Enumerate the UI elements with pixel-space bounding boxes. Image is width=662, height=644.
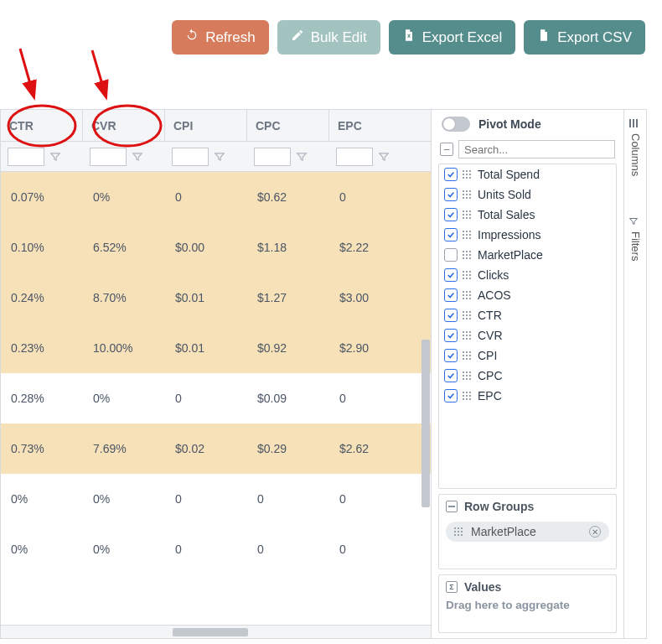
cell: 0 (329, 543, 405, 556)
cell: 0.73% (1, 442, 83, 455)
column-list-item[interactable]: ACOS (439, 285, 616, 305)
column-list-item[interactable]: CPC (439, 366, 616, 386)
cell: 0 (165, 190, 247, 204)
row-groups-panel: Row Groups MarketPlace ✕ (438, 494, 617, 569)
values-title: Values (464, 580, 501, 594)
cell: $0.92 (247, 341, 329, 355)
cell: 0 (329, 492, 405, 506)
checkbox[interactable] (444, 268, 458, 282)
drag-icon (463, 310, 473, 320)
sigma-icon: Σ (446, 581, 458, 593)
checkbox[interactable] (444, 389, 458, 402)
table-row[interactable]: 0.23%10.00%$0.01$0.92$2.90 (1, 323, 431, 373)
checkbox[interactable] (444, 168, 458, 181)
column-search-input[interactable] (458, 140, 615, 158)
bulk-edit-button[interactable]: Bulk Edit (277, 20, 380, 55)
cell: 0% (1, 543, 83, 556)
drag-icon (463, 230, 473, 240)
column-list-label: EPC (478, 389, 502, 402)
column-list-item[interactable]: Total Spend (439, 164, 616, 184)
cell: $0.62 (247, 190, 329, 204)
table-filter-row (1, 142, 431, 172)
cell: 0.24% (1, 291, 83, 304)
cell: 6.52% (83, 241, 165, 254)
filter-icon[interactable] (296, 151, 308, 163)
export-excel-button[interactable]: Export Excel (389, 20, 515, 55)
drag-icon (454, 527, 464, 537)
drag-icon (463, 270, 473, 280)
cell: 0% (83, 492, 165, 506)
column-list-item[interactable]: Impressions (439, 225, 616, 245)
checkbox[interactable] (444, 288, 458, 302)
filter-input-cpi[interactable] (172, 148, 209, 166)
table-row[interactable]: 0.24%8.70%$0.01$1.27$3.00 (1, 273, 431, 323)
table-row[interactable]: 0%0%000 (1, 524, 431, 574)
col-header-cvr[interactable]: CVR (83, 110, 165, 141)
collapse-toggle[interactable]: – (440, 143, 453, 156)
filter-input-cpc[interactable] (254, 148, 291, 166)
refresh-button[interactable]: Refresh (172, 20, 269, 55)
column-list-label: MarketPlace (478, 248, 543, 262)
filter-icon[interactable] (214, 151, 225, 163)
column-list-label: ACOS (478, 288, 511, 302)
columns-tab[interactable]: Columns (629, 115, 642, 179)
horizontal-scrollbar[interactable] (1, 625, 431, 638)
cell: $2.90 (329, 341, 405, 355)
column-list-label: CPI (478, 349, 497, 362)
column-list-item[interactable]: CTR (439, 305, 616, 325)
column-list-label: CTR (478, 309, 502, 322)
row-group-chip[interactable]: MarketPlace ✕ (446, 522, 609, 542)
cell: $0.09 (247, 392, 329, 405)
table-row[interactable]: 0.10%6.52%$0.00$1.18$2.22 (1, 222, 431, 273)
export-csv-button[interactable]: Export CSV (524, 20, 645, 55)
drag-icon (463, 290, 473, 300)
remove-group-icon[interactable]: ✕ (589, 526, 601, 538)
checkbox[interactable] (444, 369, 458, 382)
filters-tab[interactable]: Filters (629, 213, 642, 264)
checkbox[interactable] (444, 208, 458, 221)
col-header-ctr[interactable]: CTR (1, 110, 83, 141)
table-row[interactable]: 0.73%7.69%$0.02$0.29$2.62 (1, 423, 431, 474)
filter-tab-icon (630, 216, 640, 226)
checkbox[interactable] (444, 309, 458, 322)
cell: 0% (1, 492, 83, 506)
col-header-epc[interactable]: EPC (329, 110, 405, 141)
checkbox[interactable] (444, 329, 458, 342)
checkbox[interactable] (444, 248, 458, 262)
cell: 0% (83, 392, 165, 405)
export-csv-label: Export CSV (557, 29, 632, 46)
filter-input-epc[interactable] (336, 148, 373, 166)
pivot-toggle[interactable] (442, 117, 470, 132)
col-header-cpc[interactable]: CPC (247, 110, 329, 141)
cell: $3.00 (329, 291, 405, 304)
table-row[interactable]: 0%0%000 (1, 474, 431, 524)
table-row[interactable]: 0.28%0%0$0.090 (1, 373, 431, 423)
column-list-item[interactable]: EPC (439, 386, 616, 406)
column-list-item[interactable]: Units Sold (439, 184, 616, 205)
column-list-item[interactable]: CPI (439, 345, 616, 366)
filter-icon[interactable] (132, 151, 143, 163)
cell: $0.01 (165, 341, 247, 355)
column-list-item[interactable]: MarketPlace (439, 245, 616, 265)
cell: 7.69% (83, 442, 165, 455)
table-row[interactable]: 0.07%0%0$0.620 (1, 172, 431, 222)
checkbox[interactable] (444, 228, 458, 242)
vertical-scrollbar[interactable] (419, 172, 431, 625)
column-list-item[interactable]: Clicks (439, 265, 616, 285)
checkbox[interactable] (444, 188, 458, 201)
file-excel-icon (402, 29, 416, 46)
column-list-item[interactable]: Total Sales (439, 205, 616, 225)
filter-input-ctr[interactable] (8, 148, 44, 166)
column-list-item[interactable]: CVR (439, 325, 616, 345)
filter-input-cvr[interactable] (90, 148, 127, 166)
checkbox[interactable] (444, 349, 458, 362)
column-list-label: Impressions (478, 228, 540, 242)
col-header-cpi[interactable]: CPI (165, 110, 247, 141)
cell: 0 (165, 392, 247, 405)
data-table: CTR CVR CPI CPC EPC (1, 110, 432, 638)
filter-icon[interactable] (49, 151, 61, 163)
cell: $0.01 (165, 291, 247, 304)
svg-line-4 (92, 50, 106, 96)
filter-icon[interactable] (378, 151, 390, 163)
bulk-edit-label: Bulk Edit (311, 29, 367, 46)
